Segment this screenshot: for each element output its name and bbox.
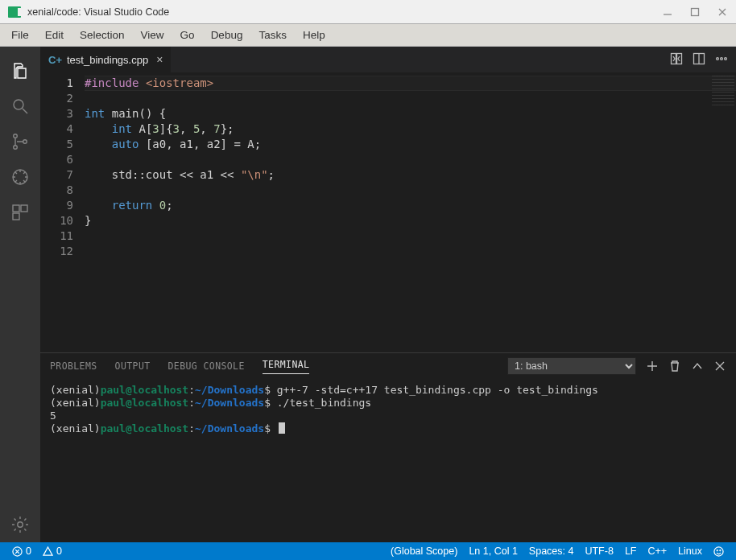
status-errors[interactable]: 0 (6, 542, 37, 560)
activity-bar (0, 47, 40, 542)
smiley-icon (713, 546, 724, 557)
extensions-icon[interactable] (6, 195, 34, 230)
line-number: 4 (40, 121, 73, 137)
code-line[interactable] (85, 229, 736, 244)
menu-go[interactable]: Go (172, 26, 203, 44)
line-number: 7 (40, 167, 73, 183)
svg-rect-6 (13, 205, 19, 212)
code-line[interactable]: std::cout << a1 << "\n"; (85, 167, 736, 183)
code-line[interactable]: } (85, 213, 736, 229)
tab-close-icon[interactable]: × (156, 53, 163, 66)
status-indentation[interactable]: Spaces: 4 (523, 542, 580, 560)
menu-file[interactable]: File (3, 26, 37, 44)
svg-point-15 (725, 57, 727, 60)
panel-tabs: PROBLEMSOUTPUTDEBUG CONSOLETERMINAL 1: b… (40, 353, 736, 379)
code-line[interactable] (85, 244, 736, 259)
tab-test-bindings[interactable]: C+ test_bindings.cpp × (40, 47, 172, 72)
more-actions-icon[interactable] (715, 52, 728, 68)
explorer-icon[interactable] (6, 53, 34, 89)
terminal-line: 5 (50, 410, 726, 422)
error-icon (12, 546, 23, 557)
code-editor[interactable]: 123456789101112 #include <iostream> int … (40, 72, 736, 352)
code-line[interactable]: int main() { (85, 106, 736, 121)
svg-point-4 (23, 140, 27, 144)
panel-tab-debug-console[interactable]: DEBUG CONSOLE (168, 360, 245, 372)
line-number: 8 (40, 183, 73, 198)
menu-bar: FileEditSelectionViewGoDebugTasksHelp (0, 24, 736, 47)
search-icon[interactable] (6, 89, 34, 124)
app-logo-icon (8, 6, 21, 18)
warning-icon (43, 546, 53, 557)
code-line[interactable]: return 0; (85, 198, 736, 213)
kill-terminal-icon[interactable] (668, 360, 681, 373)
status-feedback-icon[interactable] (708, 542, 730, 560)
menu-debug[interactable]: Debug (203, 26, 251, 44)
panel-tab-output[interactable]: OUTPUT (115, 360, 151, 372)
debug-icon[interactable] (6, 159, 34, 195)
svg-point-13 (717, 57, 719, 60)
status-encoding[interactable]: UTF-8 (579, 542, 618, 560)
status-cursor-position[interactable]: Ln 1, Col 1 (463, 542, 523, 560)
maximize-panel-icon[interactable] (691, 360, 704, 373)
line-number: 5 (40, 137, 73, 152)
compare-changes-icon[interactable] (670, 52, 683, 68)
status-os[interactable]: Linux (672, 542, 708, 560)
code-line[interactable]: int A[3]{3, 5, 7}; (85, 121, 736, 137)
status-warnings[interactable]: 0 (37, 542, 68, 560)
panel-tab-terminal[interactable]: TERMINAL (263, 359, 310, 374)
menu-tasks[interactable]: Tasks (250, 26, 295, 44)
menu-selection[interactable]: Selection (72, 26, 133, 44)
line-number: 11 (40, 229, 73, 244)
menu-help[interactable]: Help (295, 26, 333, 44)
window-close-button[interactable] (709, 0, 736, 24)
window-maximize-button[interactable] (681, 0, 709, 24)
menu-edit[interactable]: Edit (37, 26, 72, 44)
code-line[interactable] (85, 152, 736, 167)
svg-point-17 (714, 546, 723, 555)
terminal-line: (xenial)paul@localhost:~/Downloads$ g++-… (50, 384, 726, 397)
code-line[interactable]: auto [a0, a1, a2] = A; (85, 137, 736, 152)
code-line[interactable] (85, 91, 736, 106)
line-number: 2 (40, 91, 73, 106)
code-line[interactable] (85, 183, 736, 198)
editor-area: C+ test_bindings.cpp × 123456789101112 #… (40, 47, 736, 542)
svg-point-3 (14, 146, 18, 150)
status-eol[interactable]: LF (619, 542, 643, 560)
window-titlebar: xenial/code: Visual Studio Code (0, 0, 736, 24)
status-scope[interactable]: (Global Scope) (385, 542, 463, 560)
code-line[interactable]: #include <iostream> (85, 76, 736, 91)
terminal-line: (xenial)paul@localhost:~/Downloads$ ./te… (50, 397, 726, 410)
warning-count: 0 (56, 546, 62, 557)
workbench: C+ test_bindings.cpp × 123456789101112 #… (0, 47, 736, 542)
svg-rect-0 (692, 8, 699, 15)
terminal-output[interactable]: (xenial)paul@localhost:~/Downloads$ g++-… (40, 379, 736, 542)
new-terminal-icon[interactable] (646, 360, 659, 373)
window-minimize-button[interactable] (654, 0, 681, 24)
error-count: 0 (26, 546, 31, 557)
svg-point-9 (18, 522, 23, 527)
menu-view[interactable]: View (133, 26, 172, 44)
editor-tabs: C+ test_bindings.cpp × (40, 47, 736, 72)
panel-tab-problems[interactable]: PROBLEMS (50, 360, 97, 372)
svg-point-1 (14, 100, 23, 109)
svg-point-18 (717, 550, 717, 550)
terminal-shell-select[interactable]: 1: bash (507, 357, 636, 375)
window-title: xenial/code: Visual Studio Code (27, 6, 654, 18)
tab-filename: test_bindings.cpp (67, 54, 148, 66)
settings-gear-icon[interactable] (6, 507, 34, 542)
terminal-line: (xenial)paul@localhost:~/Downloads$ (50, 422, 726, 435)
status-language[interactable]: C++ (642, 542, 672, 560)
close-panel-icon[interactable] (713, 360, 726, 373)
svg-point-19 (720, 550, 721, 550)
svg-rect-7 (21, 205, 27, 212)
svg-point-14 (721, 57, 723, 60)
source-control-icon[interactable] (6, 124, 34, 159)
line-number: 12 (40, 244, 73, 259)
svg-rect-8 (13, 213, 19, 220)
line-number: 3 (40, 106, 73, 121)
svg-point-2 (14, 134, 18, 138)
split-editor-icon[interactable] (693, 52, 705, 68)
line-number: 6 (40, 152, 73, 167)
line-number: 9 (40, 198, 73, 213)
status-bar: 0 0 (Global Scope) Ln 1, Col 1 Spaces: 4… (0, 542, 736, 560)
